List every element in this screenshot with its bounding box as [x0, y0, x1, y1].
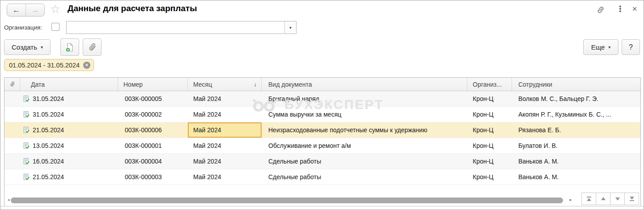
attachment-cell[interactable] — [4, 91, 20, 106]
date-value: 16.05.2024 — [33, 158, 64, 165]
close-icon: × — [632, 4, 637, 14]
month-cell[interactable]: Май 2024 — [188, 91, 262, 106]
month-cell[interactable]: Май 2024 — [188, 154, 262, 169]
organization-input[interactable] — [67, 21, 283, 34]
org-cell[interactable]: Крон-Ц — [467, 154, 512, 169]
doc-type-cell[interactable]: Неизрасходованные подотчетные суммы к уд… — [262, 122, 467, 138]
table-row[interactable]: 13.05.2024 003К-000001 Май 2024 Обслужив… — [4, 138, 640, 154]
organization-dropdown-button[interactable]: ▾ — [284, 21, 296, 34]
go-to-bottom-button[interactable] — [624, 193, 639, 205]
back-button[interactable]: ← — [7, 4, 26, 16]
more-menu-button[interactable]: ⋮ — [615, 4, 626, 14]
organization-combobox: ▾ — [66, 21, 297, 34]
organization-label: Организация: — [4, 24, 42, 31]
list-pager — [582, 193, 639, 205]
date-value: 31.05.2024 — [33, 111, 64, 118]
chevron-down-icon: ▾ — [608, 45, 610, 50]
date-cell[interactable]: 21.05.2024 — [20, 169, 118, 185]
help-button-label: ? — [629, 43, 633, 51]
number-cell[interactable]: 003К-000004 — [118, 154, 188, 169]
date-cell[interactable]: 21.05.2024 — [20, 122, 118, 138]
doc-type-column-header[interactable]: Вид документа — [262, 78, 467, 91]
kebab-menu-icon: ⋮ — [616, 4, 624, 14]
month-cell[interactable]: Май 2024 — [188, 169, 262, 185]
get-link-button[interactable] — [595, 4, 606, 15]
attachment-cell[interactable] — [4, 138, 20, 153]
close-button[interactable]: × — [629, 4, 640, 14]
posted-document-icon — [22, 142, 30, 150]
go-to-top-button[interactable] — [581, 193, 596, 205]
date-cell[interactable]: 31.05.2024 — [20, 107, 118, 122]
table-row[interactable]: 21.05.2024 003К-000003 Май 2024 Сдельные… — [4, 169, 640, 185]
number-cell[interactable]: 003К-000006 — [118, 122, 188, 138]
attachment-cell[interactable] — [4, 154, 20, 169]
org-cell[interactable]: Крон-Ц — [467, 138, 512, 153]
organization-checkbox[interactable] — [51, 23, 59, 31]
attachment-column-header[interactable] — [4, 78, 20, 91]
org-column-header[interactable]: Организ... — [467, 78, 512, 91]
number-cell[interactable]: 003К-000005 — [118, 91, 188, 106]
org-cell[interactable]: Крон-Ц — [467, 169, 512, 185]
attachment-cell[interactable] — [4, 169, 20, 185]
paperclip-icon — [85, 40, 99, 54]
go-to-bottom-icon — [629, 196, 635, 202]
attachment-cell[interactable] — [4, 107, 20, 122]
page-down-button[interactable] — [610, 193, 625, 205]
doc-type-cell[interactable]: Сдельные работы — [262, 169, 467, 185]
employees-cell[interactable]: Рязанова Е. Б. — [512, 122, 640, 138]
employees-cell[interactable]: Ваньков А. М. — [512, 154, 640, 169]
page-up-button[interactable] — [596, 193, 610, 205]
employees-column-header[interactable]: Сотрудники — [512, 78, 640, 91]
forward-button[interactable]: → — [26, 4, 44, 16]
date-cell[interactable]: 31.05.2024 — [20, 91, 118, 106]
date-cell[interactable]: 13.05.2024 — [20, 138, 118, 153]
org-cell[interactable]: Крон-Ц — [467, 122, 512, 138]
more-actions-button[interactable]: Еще ▾ — [583, 39, 619, 55]
date-column-header[interactable]: Дата — [20, 78, 118, 91]
remove-filter-button[interactable]: × — [83, 62, 90, 69]
number-cell[interactable]: 003К-000003 — [118, 169, 188, 185]
org-cell[interactable]: Крон-Ц — [467, 107, 512, 122]
month-cell-focused[interactable]: Май 2024 — [188, 122, 262, 138]
table-row[interactable]: 31.05.2024 003К-000002 Май 2024 Сумма вы… — [4, 107, 640, 122]
number-column-header[interactable]: Номер — [118, 78, 188, 91]
more-button-label: Еще — [591, 43, 605, 51]
help-button[interactable]: ? — [622, 39, 640, 55]
doc-type-cell[interactable]: Сдельные работы — [262, 154, 467, 169]
doc-type-cell[interactable]: Сумма выручки за месяц — [262, 107, 467, 122]
month-column-header[interactable]: Месяц ↓ — [188, 78, 262, 91]
scroll-right-arrow[interactable]: ► — [569, 198, 572, 202]
number-cell[interactable]: 003К-000002 — [118, 107, 188, 122]
table-row[interactable]: 16.05.2024 003К-000004 Май 2024 Сдельные… — [4, 154, 640, 169]
posted-document-icon — [22, 158, 30, 165]
go-to-top-icon — [586, 196, 592, 202]
horizontal-scrollbar-thumb[interactable] — [11, 197, 563, 203]
month-cell[interactable]: Май 2024 — [188, 138, 262, 153]
create-new-document-button[interactable] — [60, 38, 79, 56]
date-cell[interactable]: 16.05.2024 — [20, 154, 118, 169]
doc-type-cell[interactable]: Бригадный наряд — [262, 91, 467, 106]
period-filter-chip[interactable]: 01.05.2024 - 31.05.2024 × — [4, 59, 94, 71]
month-cell[interactable]: Май 2024 — [188, 107, 262, 122]
table-row[interactable]: 31.05.2024 003К-000005 Май 2024 Бригадны… — [4, 91, 640, 107]
org-cell[interactable]: Крон-Ц — [467, 91, 512, 106]
favorite-star-icon[interactable]: ☆ — [50, 2, 60, 16]
date-value: 21.05.2024 — [33, 173, 64, 181]
employees-cell[interactable]: Волков М. С., Бальцер Г. Э. — [512, 91, 640, 106]
arrow-up-icon — [600, 196, 606, 202]
date-value: 31.05.2024 — [33, 95, 64, 102]
posted-document-icon — [22, 126, 30, 134]
attachments-button[interactable] — [83, 38, 102, 56]
create-button[interactable]: Создать ▾ — [4, 39, 51, 55]
table-row-selected[interactable]: 21.05.2024 003К-000006 Май 2024 Неизрасх… — [4, 122, 640, 138]
scroll-left-arrow[interactable]: ◄ — [7, 198, 10, 202]
number-cell[interactable]: 003К-000001 — [118, 138, 188, 153]
sort-descending-icon: ↓ — [254, 81, 257, 88]
employees-cell[interactable]: Булатов И. В. — [512, 138, 640, 153]
doc-type-cell[interactable]: Обслуживание и ремонт а/м — [262, 138, 467, 153]
attachment-cell[interactable] — [4, 122, 20, 138]
employees-cell[interactable]: Акопян Р. Г., Кузьминых Б. С., ... — [512, 107, 640, 122]
table-header-row: Дата Номер Месяц ↓ Вид документа Организ… — [4, 78, 640, 91]
posted-document-icon — [22, 111, 30, 118]
employees-cell[interactable]: Ваньков А. М. — [512, 169, 640, 185]
